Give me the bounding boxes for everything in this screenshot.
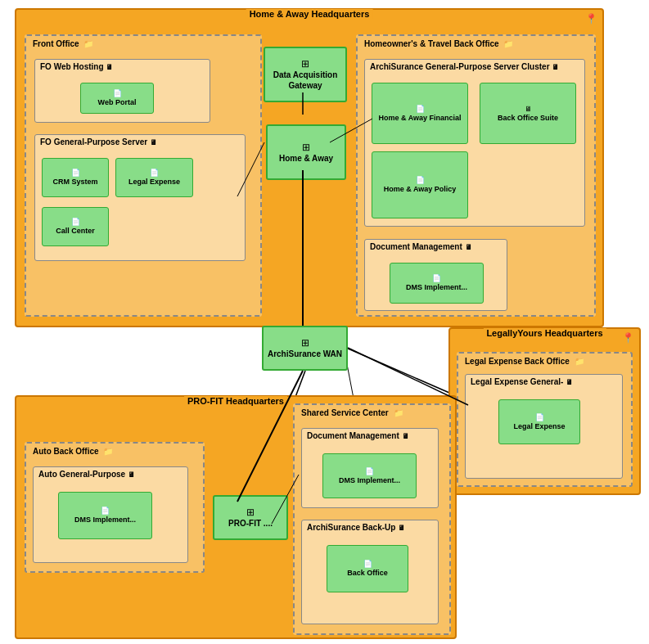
legally-yours-pin: 📍 — [622, 332, 634, 344]
auto-back-office: Auto Back Office 📁 Auto General-Purpose … — [25, 442, 205, 573]
crm-system-component: 📄 CRM System — [42, 158, 109, 197]
archisurance-cluster-box: ArchiSurance General-Purpose Server Clus… — [364, 59, 585, 227]
financial-icon: 📄 — [416, 105, 425, 113]
call-center-icon: 📄 — [71, 218, 80, 226]
legal-general-cluster: Legal Expense General- 🖥 📄 Legal Expense — [465, 374, 623, 479]
back-office-suite-icon: 🖥 — [525, 105, 532, 113]
back-office-backup-component: 📄 Back Office — [327, 545, 408, 592]
back-office-backup-icon: 📄 — [363, 560, 372, 568]
pro-fit-node[interactable]: ⊞ PRO-FIT .... — [213, 495, 288, 540]
legal-expense-icon: 📄 — [535, 413, 544, 421]
home-away-node-label: Home & Away — [279, 153, 333, 164]
dms-shared-label: DMS Implement... — [339, 476, 400, 485]
auto-insurance-label: DMS Implement... — [74, 516, 136, 525]
dms-homeowners-icon: 📄 — [432, 274, 441, 282]
call-center-label: Call Center — [56, 227, 95, 236]
home-away-hq-label: Home & Away Headquarters — [246, 9, 373, 19]
front-office: Front Office 📁 FO Web Hosting 🖥 📄 Web Po… — [25, 34, 262, 317]
home-away-financial-component: 📄 Home & Away Financial — [372, 83, 468, 144]
doc-mgmt-homeowners-label: Document Management 🖥 — [370, 242, 472, 251]
legal-expense-label: Legal Expense — [513, 422, 565, 431]
web-portal-label: Web Portal — [98, 98, 137, 107]
back-office-suite-component: 🖥 Back Office Suite — [480, 83, 576, 144]
back-office-suite-label: Back Office Suite — [498, 114, 558, 123]
web-portal-component: 📄 Web Portal — [80, 83, 154, 114]
dms-homeowners-component: 📄 DMS Implement... — [390, 263, 484, 304]
legal-expense-back-office-label: Legal Expense Back Office 📁 — [465, 357, 584, 366]
home-away-policy-component: 📄 Home & Away Policy — [372, 151, 468, 218]
pro-fit-label: PRO-FIT .... — [228, 518, 273, 529]
pin-icon: 📍 — [585, 13, 597, 25]
call-center-component: 📄 Call Center — [42, 207, 109, 246]
archisurance-backup-label: ArchiSurance Back-Up 🖥 — [307, 523, 405, 532]
home-away-hq: Home & Away Headquarters 📍 Front Office … — [15, 8, 604, 327]
policy-icon: 📄 — [416, 176, 425, 184]
data-acquisition-node[interactable]: ⊞ Data Acquisition Gateway — [264, 47, 347, 102]
legal-expense-fo-component: 📄 Legal Expense — [115, 158, 193, 197]
doc-mgmt-homeowners-cluster: Document Management 🖥 📄 DMS Implement... — [364, 239, 507, 311]
crm-label: CRM System — [52, 178, 97, 187]
diagram-container: Home & Away Headquarters 📍 Front Office … — [0, 0, 649, 644]
data-acquisition-label: Data Acquisition Gateway — [268, 70, 343, 91]
archisurance-backup-cluster: ArchiSurance Back-Up 🖥 📄 Back Office — [301, 520, 439, 624]
policy-label: Home & Away Policy — [384, 185, 457, 194]
dms-shared-icon: 📄 — [365, 467, 374, 475]
doc-mgmt-shared-cluster: Document Management 🖥 📄 DMS Implement... — [301, 428, 439, 508]
archisurance-cluster-label: ArchiSurance General-Purpose Server Clus… — [370, 62, 559, 71]
dms-shared-component: 📄 DMS Implement... — [322, 453, 417, 498]
fo-general-purpose-cluster: FO General-Purpose Server 🖥 📄 CRM System… — [34, 134, 246, 261]
homeowners-label: Homeowner's & Travel Back Office 📁 — [364, 39, 513, 48]
homeowners-back-office: Homeowner's & Travel Back Office 📁 Archi… — [356, 34, 596, 317]
shared-service-center: Shared Service Center 📁 Document Managem… — [293, 403, 451, 635]
legal-general-label: Legal Expense General- 🖥 — [471, 377, 573, 386]
legal-expense-component: 📄 Legal Expense — [498, 399, 580, 444]
auto-insurance-component: 📄 DMS Implement... — [58, 492, 152, 539]
doc-mgmt-shared-label: Document Management 🖥 — [307, 431, 409, 440]
financial-label: Home & Away Financial — [378, 114, 461, 123]
archisurance-wan-label: ArchiSurance WAN — [268, 349, 342, 359]
legal-expense-fo-label: Legal Expense — [128, 178, 180, 187]
legally-yours-hq: LegallyYours Headquarters 📍 Legal Expens… — [448, 327, 641, 495]
auto-general-cluster: Auto General-Purpose 🖥 📄 DMS Implement..… — [33, 466, 188, 563]
legally-yours-label: LegallyYours Headquarters — [483, 328, 606, 338]
auto-back-office-label: Auto Back Office 📁 — [33, 447, 113, 456]
crm-icon: 📄 — [71, 169, 80, 177]
profit-hq-label: PRO-FIT Headquarters — [184, 396, 287, 406]
auto-insurance-icon: 📄 — [101, 507, 110, 515]
front-office-label: Front Office 📁 — [33, 39, 93, 48]
legal-expense-fo-icon: 📄 — [150, 169, 159, 177]
home-away-node[interactable]: ⊞ Home & Away — [266, 124, 346, 180]
shared-service-label: Shared Service Center 📁 — [301, 408, 403, 417]
fo-web-hosting-label: FO Web Hosting 🖥 — [40, 62, 113, 71]
auto-general-label: Auto General-Purpose 🖥 — [38, 470, 135, 479]
legal-expense-back-office: Legal Expense Back Office 📁 Legal Expens… — [457, 352, 633, 487]
back-office-backup-label: Back Office — [347, 569, 388, 578]
fo-web-hosting-cluster: FO Web Hosting 🖥 📄 Web Portal — [34, 59, 210, 123]
archisurance-wan-node[interactable]: ⊞ ArchiSurance WAN — [262, 326, 348, 371]
profit-hq: PRO-FIT Headquarters Auto Back Office 📁 … — [15, 395, 457, 639]
fo-general-label: FO General-Purpose Server 🖥 — [40, 137, 157, 146]
dms-homeowners-label: DMS Implement... — [406, 283, 467, 292]
web-portal-icon: 📄 — [113, 89, 122, 97]
